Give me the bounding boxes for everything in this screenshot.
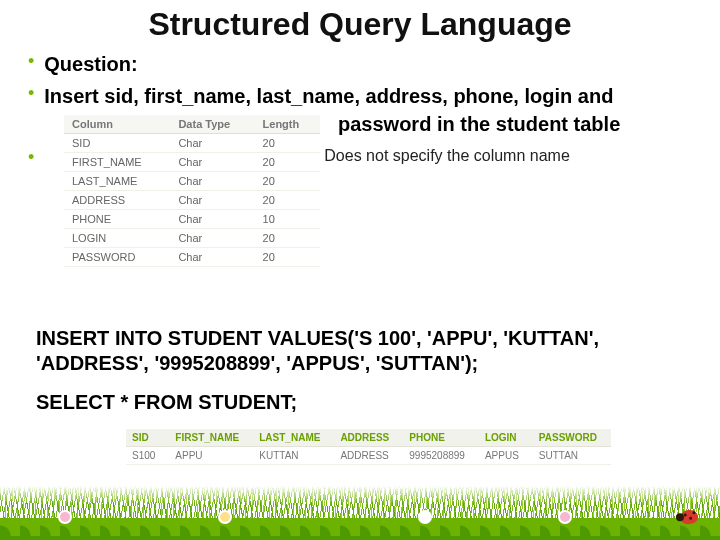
cell: Char [170,191,254,210]
table-row: LAST_NAMEChar20 [64,172,320,191]
cell: Char [170,248,254,267]
result-table-box: SID FIRST_NAME LAST_NAME ADDRESS PHONE L… [126,429,684,465]
cell: 20 [255,172,320,191]
cell: 9995208899 [403,447,479,465]
bullet-question: • Question: [28,51,692,77]
ladybug-icon [680,510,702,532]
bullet-note: • Does not specify the column name [28,147,570,169]
flower-icon [560,512,570,522]
result-table: SID FIRST_NAME LAST_NAME ADDRESS PHONE L… [126,429,611,465]
cell: 20 [255,229,320,248]
flower-icon [60,512,70,522]
bullet-icon: • [28,51,34,73]
cell: S100 [126,447,169,465]
page-title: Structured Query Language [0,0,720,43]
result-header: FIRST_NAME [169,429,253,447]
result-header: SID [126,429,169,447]
cell: LAST_NAME [64,172,170,191]
cell: 20 [255,248,320,267]
cell: PASSWORD [64,248,170,267]
cell: APPU [169,447,253,465]
cell: ADDRESS [64,191,170,210]
cell: Char [170,172,254,191]
bullet-icon: • [28,83,34,105]
result-header: PASSWORD [533,429,611,447]
cell: KUTTAN [253,447,334,465]
insert-text-line2: password in the student table [338,113,700,136]
sql-insert: INSERT INTO STUDENT VALUES('S 100', 'APP… [36,326,684,376]
grass-blades [0,486,720,526]
grass-ground [0,518,720,540]
flower-icon [420,512,430,522]
table-row: LOGINChar20 [64,229,320,248]
slide: Structured Query Language • Question: • … [0,0,720,540]
table-row: PASSWORDChar20 [64,248,320,267]
insert-text-line1: Insert sid, first_name, last_name, addre… [44,83,613,109]
bullet-list: • Question: • Insert sid, first_name, la… [0,43,720,267]
bullet-insert: • Insert sid, first_name, last_name, add… [28,83,692,109]
bullet-icon: • [28,147,34,169]
table-row: ADDRESSChar20 [64,191,320,210]
cell: Char [170,210,254,229]
flower-icon [220,512,230,522]
question-label: Question: [44,51,137,77]
table-row: PHONEChar10 [64,210,320,229]
cell: PHONE [64,210,170,229]
result-header: PHONE [403,429,479,447]
result-header: ADDRESS [334,429,403,447]
sql-block: INSERT INTO STUDENT VALUES('S 100', 'APP… [0,308,720,465]
cell: 10 [255,210,320,229]
cell: Char [170,229,254,248]
cell: ADDRESS [334,447,403,465]
table-row: S100 APPU KUTTAN ADDRESS 9995208899 APPU… [126,447,611,465]
cell: LOGIN [64,229,170,248]
cell: APPUS [479,447,533,465]
grass-decoration [0,484,720,540]
cell: SUTTAN [533,447,611,465]
note-text: Does not specify the column name [324,147,569,165]
sql-select: SELECT * FROM STUDENT; [36,390,684,415]
result-header: LOGIN [479,429,533,447]
cell: 20 [255,191,320,210]
result-header: LAST_NAME [253,429,334,447]
